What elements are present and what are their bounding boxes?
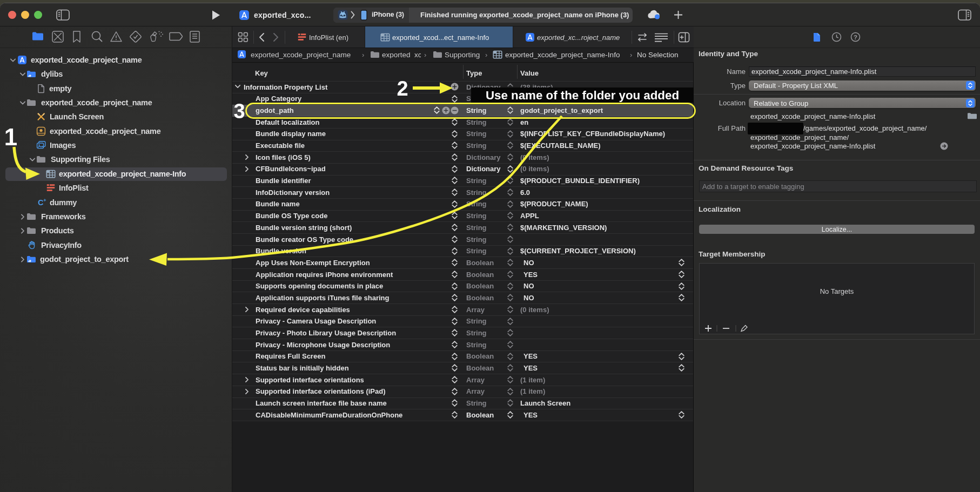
svg-text:?: ? xyxy=(854,34,857,41)
